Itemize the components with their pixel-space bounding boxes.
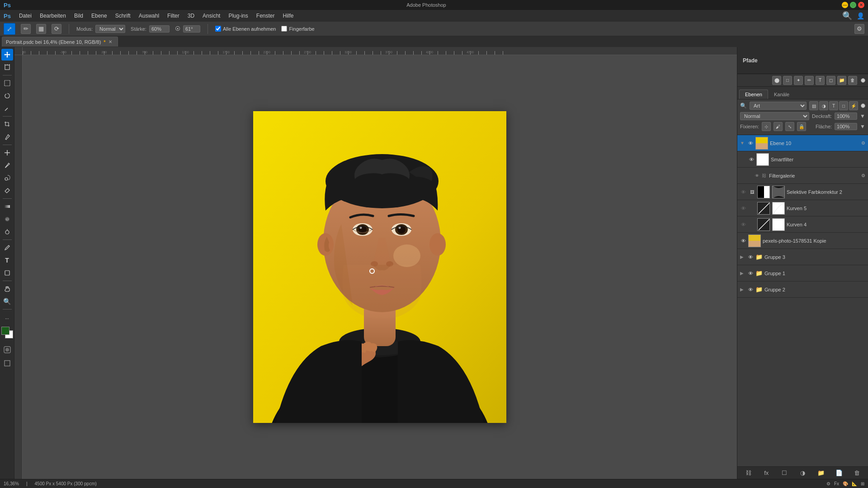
account-icon[interactable]: 👤 (857, 12, 864, 19)
filter-pixel-btn[interactable]: ▤ (809, 101, 818, 110)
panel-icon-circle[interactable]: ⬤ (772, 76, 781, 85)
fill-input[interactable] (835, 123, 857, 130)
lasso-tool[interactable] (1, 90, 13, 102)
more-tools-btn[interactable]: ... (1, 311, 13, 323)
fix-all-btn[interactable]: 🔒 (797, 122, 806, 131)
hand-tool[interactable] (1, 283, 13, 295)
status-icon-2[interactable]: Fx (834, 481, 839, 486)
layer-gruppe3[interactable]: ▶ 👁 📁 Gruppe 3 (737, 249, 868, 265)
fix-brush-btn[interactable]: 🖌 (774, 122, 783, 131)
blur-tool[interactable] (1, 213, 13, 225)
marquee-tool[interactable] (1, 77, 13, 89)
filter-shape-btn[interactable]: □ (839, 101, 848, 110)
layer-expand-gruppe1[interactable]: ▶ (740, 271, 745, 276)
document-tab[interactable]: Portrait.psdc bei 16,4% (Ebene 10, RGB/8… (2, 37, 118, 47)
gradient-tool[interactable] (1, 201, 13, 212)
opacity-input[interactable] (835, 113, 857, 120)
layer-kurven4[interactable]: 👁 Kurven 4 (737, 216, 868, 233)
layer-eye-gruppe1[interactable]: 👁 (747, 270, 754, 277)
tool-options-btn[interactable]: ▦ (36, 24, 46, 34)
layer-ebene10[interactable]: ▼ 👁 Ebene 10 ⚙ (737, 135, 868, 151)
fix-transform-btn[interactable]: ⤡ (785, 122, 794, 131)
panel-icon-trash[interactable]: 🗑 (848, 76, 857, 85)
layer-eye-ebene10[interactable]: 👁 (747, 140, 754, 146)
status-icon-5[interactable]: ⊞ (861, 481, 864, 486)
layer-eye-filtergalerie[interactable]: 👁 (754, 173, 760, 179)
eraser-tool[interactable] (1, 185, 13, 197)
menu-ansicht[interactable]: Ansicht (199, 12, 224, 20)
search-icon[interactable]: 🔍 (842, 11, 852, 21)
layer-gruppe2[interactable]: ▶ 👁 📁 Gruppe 2 (737, 282, 868, 298)
crop-tool[interactable] (1, 118, 13, 130)
panel-icon-mask[interactable]: ◻ (826, 76, 835, 85)
filter-type-btn[interactable]: T (829, 101, 838, 110)
layer-new-btn[interactable]: 📄 (834, 468, 844, 478)
minimize-button[interactable]: — (842, 2, 848, 8)
panel-icon-pen[interactable]: ✏ (805, 76, 814, 85)
fix-position-btn[interactable]: ⊹ (762, 122, 771, 131)
layer-filtergalerie[interactable]: 👁 ⛓ Filtergalerie ⚙ (737, 168, 868, 184)
quick-mask-btn[interactable] (1, 344, 13, 356)
mode-select[interactable]: Normal (95, 25, 125, 33)
filter-smart-btn[interactable]: ⚡ (849, 101, 858, 110)
canvas-image[interactable] (253, 111, 506, 423)
brush-tool[interactable] (1, 160, 13, 171)
layer-filter-select[interactable]: Art (750, 102, 807, 110)
tool-select-btn[interactable]: ⤢ (4, 23, 15, 35)
layer-mask-btn[interactable]: ☐ (779, 468, 789, 478)
eyedropper-tool[interactable] (1, 131, 13, 143)
tool-history-btn[interactable]: ⟳ (52, 24, 61, 34)
title-bar-controls[interactable]: — □ ✕ (842, 2, 864, 8)
menu-fenster[interactable]: Fenster (253, 12, 278, 20)
magic-wand-tool[interactable] (1, 103, 13, 114)
opacity-chevron[interactable]: ▼ (860, 113, 865, 119)
panel-icon-anchor[interactable]: ✦ (794, 76, 803, 85)
shape-tool[interactable] (1, 267, 13, 279)
layer-pexels[interactable]: 👁 pexels-photo-1578531 Kopie (737, 233, 868, 249)
layer-sel-farb2[interactable]: 👁 🖼 Selektive Farbkorrektur 2 (737, 184, 868, 200)
menu-ebene[interactable]: Ebene (88, 12, 111, 20)
smudge-settings-btn[interactable]: ⚙ (854, 24, 864, 34)
layer-eye-kurven5[interactable]: 👁 (740, 205, 746, 211)
menu-plugins[interactable]: Plug-ins (225, 12, 251, 20)
filtergalerie-options[interactable]: ⚙ (861, 173, 865, 178)
healing-tool[interactable] (1, 147, 13, 159)
all-layers-checkbox[interactable] (215, 26, 221, 32)
layer-options-ebene10[interactable]: ⚙ (861, 141, 865, 145)
menu-filter[interactable]: Filter (164, 12, 183, 20)
tab-ebenen[interactable]: Ebenen (739, 89, 768, 99)
layer-expand-ebene10[interactable]: ▼ (740, 141, 745, 145)
menu-hilfe[interactable]: Hilfe (279, 12, 297, 20)
blend-mode-select[interactable]: Normal (740, 112, 809, 120)
panel-icon-text[interactable]: T (816, 76, 825, 85)
menu-bild[interactable]: Bild (71, 12, 87, 20)
close-button[interactable]: ✕ (858, 2, 864, 8)
layer-trash-btn[interactable]: 🗑 (852, 468, 862, 478)
layer-eye-sel-farb2[interactable]: 👁 (740, 189, 746, 195)
doc-tab-close-btn[interactable]: ✕ (108, 39, 112, 44)
move-tool[interactable] (1, 49, 13, 61)
status-icon-3[interactable]: 🎨 (843, 481, 848, 486)
layer-eye-pexels[interactable]: 👁 (740, 238, 746, 244)
fingercolor-checkbox[interactable] (281, 26, 287, 32)
pen-tool[interactable] (1, 242, 13, 253)
layer-eye-smartfilter[interactable]: 👁 (748, 156, 755, 163)
layer-gruppe1[interactable]: ▶ 👁 📁 Gruppe 1 (737, 265, 868, 282)
artboard-tool[interactable] (1, 61, 13, 73)
status-icon-1[interactable]: ⚙ (826, 481, 830, 486)
layer-style-btn[interactable]: fx (761, 468, 771, 478)
layer-link-btn[interactable]: ⛓ (743, 468, 753, 478)
layer-folder-btn[interactable]: 📁 (816, 468, 826, 478)
tool-brush-btn[interactable]: ✏ (21, 24, 31, 34)
panel-icon-folder[interactable]: 📁 (837, 76, 846, 85)
layer-adj-btn[interactable]: ◑ (797, 468, 807, 478)
dodge-tool[interactable] (1, 226, 13, 238)
menu-bearbeiten[interactable]: Bearbeiten (36, 12, 70, 20)
menu-schrift[interactable]: Schrift (112, 12, 134, 20)
foreground-color-swatch[interactable] (1, 327, 9, 335)
panel-icon-rect[interactable]: □ (783, 76, 792, 85)
tab-kanaele[interactable]: Kanäle (768, 89, 795, 99)
strength-input[interactable] (149, 25, 170, 33)
layer-expand-gruppe2[interactable]: ▶ (740, 287, 745, 292)
status-icon-4[interactable]: 📐 (852, 481, 857, 486)
